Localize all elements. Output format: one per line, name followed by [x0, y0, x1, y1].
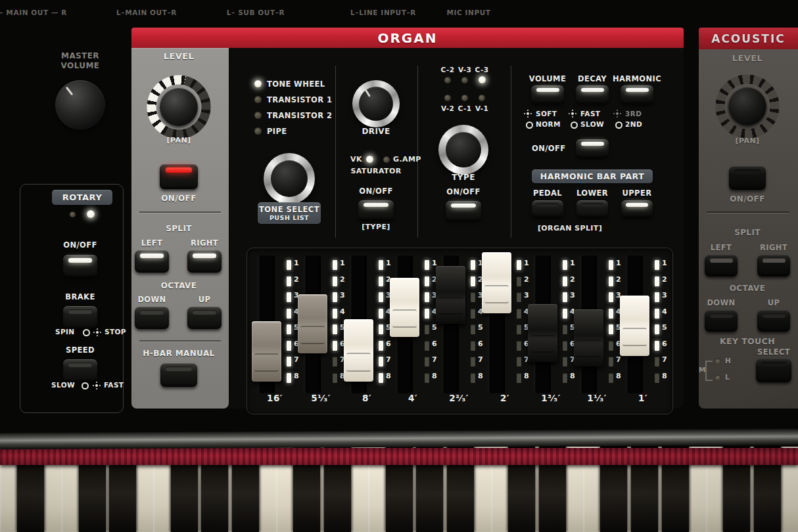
nord-keyboard-panel: — MAIN OUT — R L–MAIN OUT–R L– SUB OUT–R…	[0, 0, 798, 532]
drawbar-led	[563, 373, 567, 383]
hbar-manual-button[interactable]	[160, 363, 197, 387]
drawbar-handle-0[interactable]	[252, 321, 281, 382]
drawbar-footage-label: 5¹⁄₃′	[296, 393, 346, 403]
overdrive-onoff-button[interactable]	[358, 200, 394, 220]
key-touch-l-led	[715, 375, 721, 381]
split-left-button[interactable]	[135, 250, 169, 273]
acoustic-onoff-label: ON/OFF	[730, 194, 765, 204]
rotary-led-left	[70, 211, 76, 217]
organ-level-knob[interactable]	[160, 88, 198, 126]
drawbar-led	[563, 277, 567, 286]
jack-label-mic-input: MIC INPUT	[446, 9, 490, 16]
drawbar-led-number: 1	[294, 259, 299, 267]
fast-decay-label: FAST	[580, 110, 600, 118]
organ-header: ORGAN	[131, 28, 684, 48]
drawbar-led	[655, 292, 659, 302]
drawbar-handle-5[interactable]	[482, 252, 511, 313]
drawbar-handle-7[interactable]	[574, 309, 603, 366]
drawbar-footage-label: 1′	[618, 393, 668, 403]
organ-split-hint-label: [ORGAN SPLIT]	[538, 224, 602, 233]
drawbar-led-number: 3	[340, 291, 345, 299]
divider	[139, 340, 221, 342]
key-touch-l-label: L	[725, 373, 730, 381]
vibrato-onoff-button[interactable]	[446, 201, 481, 221]
drawbar-led	[287, 357, 291, 366]
drawbar-led-number: 4	[662, 307, 667, 316]
drawbar-led	[609, 373, 613, 383]
acoustic-split-left-button[interactable]	[705, 255, 738, 277]
vibrato-c2-label: C-2	[441, 66, 455, 74]
divider	[417, 66, 418, 238]
master-volume-knob[interactable]	[55, 80, 105, 130]
octave-down-button[interactable]	[135, 307, 169, 329]
upper-button[interactable]	[621, 200, 653, 217]
drawbar-led-number: 5	[662, 323, 667, 332]
acoustic-octave-up-label: UP	[768, 298, 780, 307]
drawbar-led	[333, 341, 337, 351]
acoustic-level-knob[interactable]	[728, 87, 766, 125]
drawbar-handle-8[interactable]	[620, 296, 649, 356]
pipe-led	[254, 127, 262, 135]
perc-decay-label: DECAY	[578, 74, 607, 83]
acoustic-onoff-button[interactable]	[729, 166, 766, 190]
drawbar-led-number: 1	[340, 259, 345, 267]
drawbar-led-number: 3	[570, 291, 575, 299]
tone-select-label: TONE SELECT	[259, 205, 319, 214]
soft-label: SOFT	[536, 110, 557, 118]
organ-onoff-button[interactable]	[160, 164, 198, 189]
brake-button[interactable]	[63, 306, 97, 328]
pan-hint-label: [PAN]	[167, 136, 191, 144]
drawbar-led	[655, 277, 659, 286]
lower-label: LOWER	[576, 188, 608, 198]
drawbar-led	[609, 324, 613, 334]
key-touch-select-button[interactable]	[756, 359, 791, 382]
vibrato-led-c1	[461, 95, 468, 101]
stop-led-legend	[96, 331, 99, 334]
type-hint-label: [TYPE]	[362, 223, 390, 231]
drawbar-led	[609, 341, 613, 351]
vibrato-v1-label: V-1	[475, 104, 488, 112]
drawbar-led	[379, 341, 383, 351]
third-led-legend	[616, 112, 619, 115]
drawbar-led	[517, 341, 521, 351]
brake-label: BRAKE	[65, 292, 95, 301]
drive-knob[interactable]	[359, 87, 393, 121]
drawbar-handle-6[interactable]	[528, 304, 557, 362]
drawbar-led	[287, 373, 291, 383]
drawbar-led	[563, 309, 567, 319]
acoustic-split-right-label: RIGHT	[760, 243, 787, 252]
acoustic-octave-down-button[interactable]	[705, 310, 738, 332]
pedal-button[interactable]	[532, 200, 563, 217]
perc-volume-button[interactable]	[531, 85, 564, 104]
acoustic-split-label: SPLIT	[734, 228, 761, 237]
drawbar-led	[471, 277, 475, 286]
drive-label: DRIVE	[362, 127, 390, 136]
drawbar-led	[333, 277, 337, 286]
overdrive-onoff-label: ON/OFF	[359, 187, 393, 196]
master-volume-label-1: MASTER	[61, 51, 99, 60]
split-right-button[interactable]	[187, 250, 222, 273]
perc-volume-label: VOLUME	[529, 74, 566, 83]
tone-select-knob[interactable]	[271, 160, 308, 197]
slow-decay-label: SLOW	[580, 120, 604, 128]
transistor2-label: TRANSISTOR 2	[267, 111, 332, 120]
drawbar-led-number: 7	[662, 355, 667, 364]
vibrato-type-knob[interactable]	[446, 132, 481, 167]
acoustic-split-right-button[interactable]	[757, 255, 790, 277]
rotary-onoff-button[interactable]	[63, 255, 97, 277]
drawbar-handle-4[interactable]	[436, 266, 465, 324]
jack-label-l-main-out-r: L–MAIN OUT–R	[116, 9, 177, 16]
drawbar-led-number: 2	[662, 275, 667, 284]
drawbar-led-number: 3	[524, 291, 529, 299]
octave-up-button[interactable]	[187, 307, 222, 329]
perc-harmonic-button[interactable]	[621, 85, 653, 104]
lower-button[interactable]	[576, 200, 608, 217]
drawbar-handle-2[interactable]	[344, 319, 373, 382]
acoustic-octave-up-button[interactable]	[757, 310, 790, 332]
perc-decay-button[interactable]	[576, 85, 609, 104]
speed-button[interactable]	[63, 359, 97, 382]
drawbar-handle-1[interactable]	[298, 294, 327, 353]
perc-onoff-button[interactable]	[576, 139, 609, 158]
drawbar-handle-3[interactable]	[390, 278, 419, 337]
pipe-label: PIPE	[267, 127, 287, 136]
